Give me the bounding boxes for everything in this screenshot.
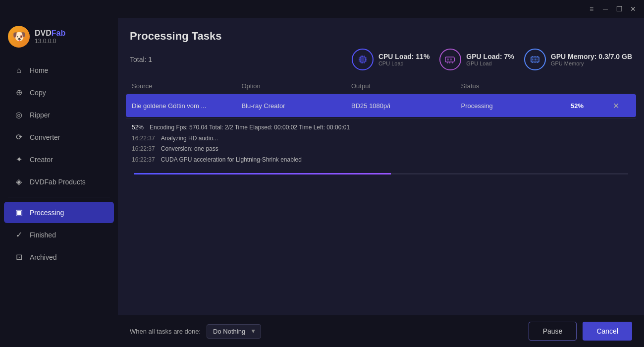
svg-rect-25 [537,58,537,60]
sidebar-item-home[interactable]: ⌂ Home [4,60,114,81]
sidebar-divider [8,197,110,197]
sidebar-item-ripper[interactable]: ◎ Ripper [4,104,114,125]
select-wrapper: Do Nothing Shut Down Hibernate Sleep ▼ [207,324,261,339]
cpu-label: CPU Load [378,60,429,66]
restore-icon: ❐ [616,5,623,13]
logo-name: DVDFab [35,29,65,38]
col-output: Output [351,82,461,90]
total-label: Total: 1 [130,56,152,63]
footer-right: Pause Cancel [529,322,632,341]
gpu-stat: GPU Load: 7% GPU Load [439,49,514,70]
restore-button[interactable]: ❐ [612,2,626,16]
header-stats: Total: 1 [130,49,632,70]
sidebar-item-creator[interactable]: ✦ Creator [4,149,114,170]
log-percent: 52% [132,122,144,133]
task-output: BD25 1080p/i [351,102,461,110]
log-msg-3: Conversion: one pass [161,144,218,155]
mem-stat: GPU Memory: 0.3/7.0 GB GPU Memory [524,49,632,70]
col-status: Status [461,82,571,90]
minimize-button[interactable]: ─ [598,2,612,16]
mem-icon [524,49,546,70]
sidebar-item-products[interactable]: ◈ DVDFab Products [4,171,114,192]
table-header: Source Option Output Status [126,78,636,94]
svg-rect-15 [454,58,455,61]
sidebar-label-ripper: Ripper [30,111,50,119]
content-header: Processing Tasks Total: 1 [118,18,644,78]
menu-button[interactable]: ≡ [585,2,598,16]
logo-area: 🐶 DVDFab 13.0.0.0 [0,26,118,59]
table-body: Die goldene Göttin vom ... Blu-ray Creat… [126,94,636,315]
sidebar-label-processing: Processing [30,209,64,217]
sidebar-label-products: DVDFab Products [30,178,86,186]
sidebar-label-converter: Converter [30,133,60,141]
task-status: Processing [461,102,571,110]
menu-icon: ≡ [590,5,593,13]
sidebar-item-copy[interactable]: ⊕ Copy [4,82,114,103]
sidebar-label-archived: Archived [30,253,56,261]
sidebar-item-processing[interactable]: ▣ Processing [4,202,114,223]
task-source: Die goldene Göttin vom ... [132,102,242,110]
log-msg-1: Encoding Fps: 570.04 Total: 2/2 Time Ela… [150,122,350,133]
log-msg-4: CUDA GPU acceleration for Lightning-Shri… [161,155,302,166]
sidebar-item-converter[interactable]: ⟳ Converter [4,126,114,148]
log-line-2: 16:22:37 Analyzing HD audio... [132,133,630,144]
logo-version: 13.0.0.0 [35,38,65,45]
page-title: Processing Tasks [130,30,632,43]
close-icon: ✕ [630,5,636,13]
svg-rect-1 [361,58,364,61]
log-area: 52% Encoding Fps: 570.04 Total: 2/2 Time… [126,118,636,169]
footer: When all tasks are done: Do Nothing Shut… [118,315,644,347]
log-line-4: 16:22:37 CUDA GPU acceleration for Light… [132,155,630,166]
svg-rect-16 [447,58,449,60]
task-option: Blu-ray Creator [242,102,352,110]
close-button[interactable]: ✕ [626,2,640,16]
footer-label: When all tasks are done: [130,328,201,335]
creator-icon: ✦ [14,155,24,164]
sidebar-label-finished: Finished [30,231,56,239]
stats-group: CPU Load: 11% CPU Load [352,49,632,70]
titlebar: ≡ ─ ❐ ✕ [0,0,644,18]
task-table: Source Option Output Status Die goldene … [118,78,644,315]
log-time-4: 16:22:37 [132,155,155,166]
sidebar-label-copy: Copy [30,89,46,97]
task-percent: 52% [571,102,610,110]
log-time-2: 16:22:37 [132,133,155,144]
mem-label: GPU Memory [551,60,632,66]
footer-left: When all tasks are done: Do Nothing Shut… [130,324,261,339]
log-line-1: 52% Encoding Fps: 570.04 Total: 2/2 Time… [132,122,630,133]
col-action [610,82,630,90]
gpu-label: GPU Load [466,60,514,66]
progress-bar-fill [134,173,391,174]
col-option: Option [242,82,352,90]
col-percent [571,82,610,90]
sidebar-item-archived[interactable]: ⊡ Archived [4,246,114,268]
svg-rect-24 [535,58,536,60]
cancel-button[interactable]: Cancel [583,322,632,341]
gpu-value: GPU Load: 7% [466,53,514,60]
cpu-value: CPU Load: 11% [378,53,429,60]
sidebar-item-finished[interactable]: ✓ Finished [4,224,114,245]
col-source: Source [132,82,242,90]
mem-value: GPU Memory: 0.3/7.0 GB [551,53,632,60]
task-close-button[interactable]: ✕ [610,100,621,111]
svg-rect-17 [450,58,452,60]
main-content: Processing Tasks Total: 1 [118,18,644,347]
minimize-icon: ─ [603,5,608,13]
products-icon: ◈ [14,177,24,186]
logo-icon: 🐶 [8,26,30,48]
app-body: 🐶 DVDFab 13.0.0.0 ⌂ Home ⊕ Copy ◎ Ripper… [0,18,644,347]
cpu-stat: CPU Load: 11% CPU Load [352,49,429,70]
cpu-icon [352,49,374,70]
log-line-3: 16:22:37 Conversion: one pass [132,144,630,155]
gpu-icon [439,49,461,70]
sidebar: 🐶 DVDFab 13.0.0.0 ⌂ Home ⊕ Copy ◎ Ripper… [0,18,118,347]
archived-icon: ⊡ [14,252,24,262]
task-done-select[interactable]: Do Nothing Shut Down Hibernate Sleep [207,324,261,339]
svg-rect-23 [534,58,535,60]
table-row[interactable]: Die goldene Göttin vom ... Blu-ray Creat… [126,94,636,117]
converter-icon: ⟳ [14,132,24,142]
pause-button[interactable]: Pause [529,322,577,341]
copy-icon: ⊕ [14,88,24,97]
sidebar-label-home: Home [30,66,48,74]
log-time-3: 16:22:37 [132,144,155,155]
